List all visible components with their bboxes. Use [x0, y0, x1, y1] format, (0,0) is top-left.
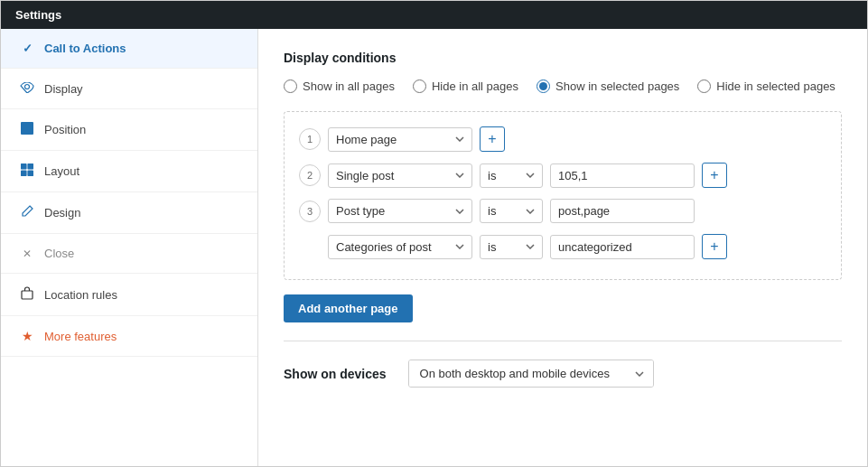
- position-icon: [19, 122, 35, 137]
- sidebar-item-more-features[interactable]: ★ More features: [1, 316, 257, 357]
- sidebar-item-close[interactable]: ✕ Close: [1, 234, 257, 274]
- sidebar-item-label: Layout: [44, 164, 79, 178]
- svg-rect-2: [22, 164, 27, 170]
- row-number-1: 1: [299, 128, 321, 150]
- condition-row-2: 2 Single post Home page Post type is is …: [299, 163, 826, 188]
- layout-icon: [19, 163, 35, 179]
- x-icon: ✕: [19, 248, 35, 260]
- sidebar-item-label: More features: [44, 330, 117, 343]
- svg-rect-5: [28, 171, 33, 176]
- radio-show-selected[interactable]: Show in selected pages: [537, 79, 679, 93]
- sidebar-item-label: Close: [44, 247, 74, 260]
- category-select[interactable]: Categories of post Tags of post: [328, 235, 472, 259]
- page-select-3[interactable]: Post type Home page Single post: [328, 199, 472, 223]
- sidebar-item-label: Design: [44, 206, 80, 219]
- top-bar: Settings: [1, 1, 867, 29]
- radio-hide-all-input[interactable]: [413, 79, 426, 93]
- operator-select-2[interactable]: is is not: [480, 163, 543, 188]
- add-another-page-button[interactable]: Add another page: [284, 294, 413, 322]
- sidebar-item-location-rules[interactable]: Location rules: [1, 274, 257, 316]
- radio-hide-selected-label: Hide in selected pages: [716, 79, 835, 93]
- radio-show-all-input[interactable]: [284, 79, 297, 93]
- sidebar: ✓ Call to Actions Display P: [1, 29, 258, 466]
- radio-show-selected-label: Show in selected pages: [555, 79, 679, 93]
- radio-show-all[interactable]: Show in all pages: [284, 79, 395, 93]
- devices-select[interactable]: On both desktop and mobile devices On de…: [409, 360, 653, 387]
- category-value-input[interactable]: [550, 235, 695, 259]
- condition-row-3: 3 Post type Home page Single post is is …: [299, 199, 826, 223]
- sidebar-item-label: Call to Actions: [44, 42, 126, 55]
- sidebar-item-label: Display: [44, 82, 83, 96]
- svg-rect-6: [22, 291, 33, 299]
- row-number-3: 3: [299, 201, 321, 222]
- condition-value-2[interactable]: [550, 163, 695, 188]
- show-on-devices-label: Show on devices: [284, 367, 387, 381]
- svg-rect-3: [28, 164, 33, 170]
- svg-rect-4: [22, 171, 27, 176]
- add-condition-btn-2[interactable]: +: [702, 163, 727, 188]
- checkmark-icon: ✓: [19, 42, 35, 55]
- sub-condition-row: Categories of post Tags of post is is no…: [328, 234, 826, 259]
- category-operator-select[interactable]: is is not: [480, 235, 543, 259]
- svg-point-0: [25, 85, 30, 89]
- star-icon: ★: [19, 329, 35, 343]
- add-category-btn[interactable]: +: [702, 234, 727, 259]
- radio-show-all-label: Show in all pages: [303, 79, 395, 93]
- top-bar-title: Settings: [15, 8, 61, 22]
- radio-hide-selected-input[interactable]: [697, 79, 711, 93]
- row-number-2: 2: [299, 164, 321, 186]
- radio-show-selected-input[interactable]: [537, 79, 550, 93]
- devices-select-wrapper: On both desktop and mobile devices On de…: [408, 360, 654, 388]
- condition-value-3[interactable]: [550, 199, 695, 223]
- conditions-area: 1 Home page Single post Post type All pa…: [284, 111, 842, 280]
- display-conditions-title: Display conditions: [284, 51, 842, 65]
- display-condition-radios: Show in all pages Hide in all pages Show…: [284, 79, 842, 93]
- radio-hide-all-label: Hide in all pages: [432, 79, 518, 93]
- page-select-2[interactable]: Single post Home page Post type: [328, 163, 472, 188]
- add-condition-btn-1[interactable]: +: [480, 126, 505, 152]
- operator-select-3[interactable]: is is not: [480, 199, 543, 223]
- radio-hide-selected[interactable]: Hide in selected pages: [697, 79, 835, 93]
- sidebar-item-label: Location rules: [44, 288, 117, 302]
- bag-icon: [19, 286, 35, 303]
- sidebar-item-label: Position: [44, 123, 86, 136]
- radio-hide-all[interactable]: Hide in all pages: [413, 79, 518, 93]
- page-select-1[interactable]: Home page Single post Post type All page…: [328, 127, 472, 152]
- sidebar-item-display[interactable]: Display: [1, 69, 257, 109]
- sidebar-item-call-to-actions[interactable]: ✓ Call to Actions: [1, 29, 257, 69]
- sidebar-item-layout[interactable]: Layout: [1, 151, 257, 192]
- condition-row-1: 1 Home page Single post Post type All pa…: [299, 126, 826, 152]
- show-on-devices-row: Show on devices On both desktop and mobi…: [284, 360, 842, 388]
- sidebar-item-position[interactable]: Position: [1, 109, 257, 151]
- pencil-icon: [19, 205, 35, 220]
- section-divider: [284, 341, 842, 341]
- sidebar-item-design[interactable]: Design: [1, 192, 257, 234]
- eye-icon: [19, 81, 35, 96]
- main-content: Display conditions Show in all pages Hid…: [258, 29, 867, 466]
- svg-rect-1: [21, 122, 33, 135]
